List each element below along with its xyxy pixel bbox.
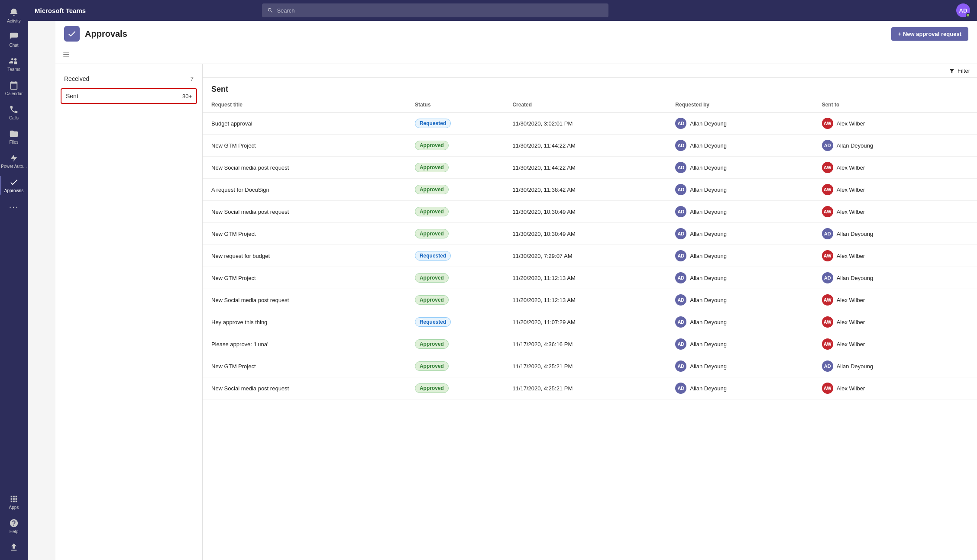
col-title: Request title xyxy=(211,102,415,108)
row-title: New GTM Project xyxy=(211,363,415,370)
row-created: 11/30/2020, 10:30:49 AM xyxy=(512,231,675,237)
bell-icon xyxy=(9,8,19,17)
row-created: 11/30/2020, 11:38:42 AM xyxy=(512,187,675,193)
row-requested-by: AD Allan Deyoung xyxy=(675,250,822,261)
sidebar-item-activity[interactable]: Activity xyxy=(0,3,28,28)
app-title: Microsoft Teams xyxy=(35,7,86,14)
sidebar-label-files: Files xyxy=(9,140,18,145)
sent-to-avatar: AD xyxy=(822,272,833,283)
table-row[interactable]: New Social media post request Approved 1… xyxy=(203,201,977,223)
status-badge: Approved xyxy=(415,207,449,216)
filter-icon xyxy=(949,68,955,74)
help-icon xyxy=(9,518,19,528)
sent-to-avatar: AW xyxy=(822,118,833,129)
left-panel: Received 7 Sent 30+ xyxy=(55,64,203,560)
row-sent-to: AW Alex Wilber xyxy=(822,184,968,195)
requested-by-avatar: AD xyxy=(675,184,686,195)
sidebar-item-apps[interactable]: Apps xyxy=(0,490,28,514)
row-requested-by: AD Allan Deyoung xyxy=(675,383,822,394)
sidebar-item-power-automate[interactable]: Power Auto... xyxy=(0,149,28,173)
nav-item-sent[interactable]: Sent 30+ xyxy=(61,88,197,104)
app-header-left: Approvals xyxy=(64,26,127,42)
user-avatar[interactable]: AD xyxy=(956,3,970,17)
filter-button[interactable]: Filter xyxy=(949,68,970,74)
status-badge: Requested xyxy=(415,317,451,327)
col-sent-to: Sent to xyxy=(822,102,968,108)
requested-by-avatar: AD xyxy=(675,338,686,350)
row-created: 11/20/2020, 11:07:29 AM xyxy=(512,319,675,325)
table-row[interactable]: New Social media post request Approved 1… xyxy=(203,377,977,399)
row-sent-to: AW Alex Wilber xyxy=(822,250,968,261)
calls-icon xyxy=(9,105,19,114)
table-row[interactable]: New Social media post request Approved 1… xyxy=(203,289,977,311)
download-icon xyxy=(9,543,19,552)
presence-badge xyxy=(966,13,970,17)
nav-item-received[interactable]: Received 7 xyxy=(55,71,202,87)
table-row[interactable]: New GTM Project Approved 11/17/2020, 4:2… xyxy=(203,355,977,377)
row-requested-by: AD Allan Deyoung xyxy=(675,162,822,173)
sent-to-avatar: AD xyxy=(822,228,833,239)
row-requested-by: AD Allan Deyoung xyxy=(675,184,822,195)
search-bar[interactable] xyxy=(262,3,608,17)
table-row[interactable]: New GTM Project Approved 11/30/2020, 11:… xyxy=(203,135,977,157)
sidebar-item-chat[interactable]: Chat xyxy=(0,28,28,52)
table-row[interactable]: New Social media post request Approved 1… xyxy=(203,157,977,179)
sidebar-item-more[interactable]: ··· xyxy=(0,197,28,216)
toolbar xyxy=(55,47,977,64)
sidebar-item-files[interactable]: Files xyxy=(0,125,28,149)
sent-to-avatar: AW xyxy=(822,294,833,306)
sidebar-item-help[interactable]: Help xyxy=(0,514,28,538)
right-toolbar: Filter xyxy=(203,64,977,78)
row-sent-to: AW Alex Wilber xyxy=(822,118,968,129)
table-row[interactable]: New GTM Project Approved 11/30/2020, 10:… xyxy=(203,223,977,245)
row-sent-to: AW Alex Wilber xyxy=(822,383,968,394)
table-row[interactable]: Budget approval Requested 11/30/2020, 3:… xyxy=(203,113,977,135)
sidebar-item-download[interactable] xyxy=(0,538,28,557)
row-sent-to: AD Allan Deyoung xyxy=(822,272,968,283)
sidebar-item-calls[interactable]: Calls xyxy=(0,100,28,125)
app-header: Approvals + New approval request xyxy=(55,21,977,47)
approvals-icon xyxy=(9,177,19,187)
requested-by-avatar: AD xyxy=(675,162,686,173)
sent-to-avatar: AW xyxy=(822,250,833,261)
row-sent-to: AW Alex Wilber xyxy=(822,206,968,217)
sidebar-item-teams[interactable]: Teams xyxy=(0,52,28,76)
row-created: 11/30/2020, 3:02:01 PM xyxy=(512,120,675,127)
sent-to-avatar: AW xyxy=(822,162,833,173)
sidebar-item-approvals[interactable]: Approvals xyxy=(0,173,28,197)
approvals-table: Sent Request title Status Created Reques… xyxy=(203,78,977,560)
table-row[interactable]: New GTM Project Approved 11/20/2020, 11:… xyxy=(203,267,977,289)
search-input[interactable] xyxy=(277,7,603,14)
requested-by-avatar: AD xyxy=(675,250,686,261)
section-title: Sent xyxy=(203,78,977,97)
row-created: 11/30/2020, 7:29:07 AM xyxy=(512,253,675,259)
hamburger-icon[interactable] xyxy=(62,51,70,60)
row-created: 11/30/2020, 11:44:22 AM xyxy=(512,142,675,149)
power-icon xyxy=(9,153,19,163)
requested-by-avatar: AD xyxy=(675,272,686,283)
right-panel: Filter Sent Request title Status Created… xyxy=(203,64,977,560)
status-badge: Approved xyxy=(415,229,449,238)
sent-count: 30+ xyxy=(182,93,192,100)
row-title: Hey approve this thing xyxy=(211,319,415,325)
row-title: New Social media post request xyxy=(211,209,415,215)
row-sent-to: AW Alex Wilber xyxy=(822,162,968,173)
sidebar-item-calendar[interactable]: Calendar xyxy=(0,76,28,100)
table-row[interactable]: New request for budget Requested 11/30/2… xyxy=(203,245,977,267)
row-title: New Social media post request xyxy=(211,297,415,303)
main-container: Approvals + New approval request Receive… xyxy=(55,21,977,560)
search-icon xyxy=(267,7,273,13)
sent-to-avatar: AW xyxy=(822,338,833,350)
requested-by-avatar: AD xyxy=(675,140,686,151)
row-sent-to: AW Alex Wilber xyxy=(822,294,968,306)
row-sent-to: AW Alex Wilber xyxy=(822,338,968,350)
table-row[interactable]: Please approve: 'Luna' Approved 11/17/20… xyxy=(203,333,977,355)
table-row[interactable]: Hey approve this thing Requested 11/20/2… xyxy=(203,311,977,333)
table-body: Budget approval Requested 11/30/2020, 3:… xyxy=(203,113,977,399)
chat-icon xyxy=(9,32,19,42)
new-approval-request-button[interactable]: + New approval request xyxy=(891,27,968,41)
table-row[interactable]: A request for DocuSign Approved 11/30/20… xyxy=(203,179,977,201)
sidebar-label-help: Help xyxy=(10,529,19,534)
row-created: 11/17/2020, 4:25:21 PM xyxy=(512,385,675,392)
row-title: New Social media post request xyxy=(211,385,415,392)
